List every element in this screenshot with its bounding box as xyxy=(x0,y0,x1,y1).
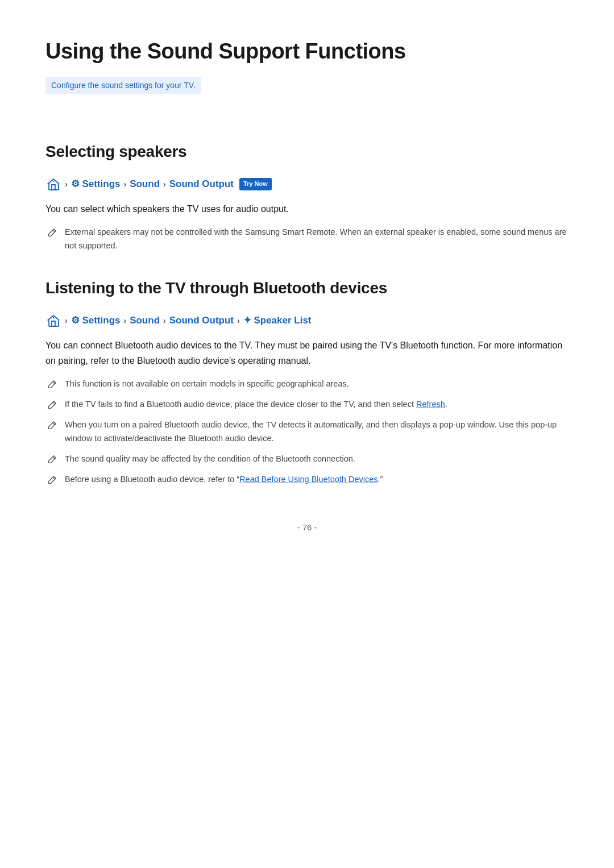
note-item-1: This function is not available on certai… xyxy=(45,377,569,391)
note-item-2: If the TV fails to find a Bluetooth audi… xyxy=(45,398,569,412)
note-text-2: If the TV fails to find a Bluetooth audi… xyxy=(65,398,447,412)
page-number: - 76 - xyxy=(45,521,569,534)
note-item: External speakers may not be controlled … xyxy=(45,226,569,253)
home-icon[interactable] xyxy=(45,176,61,192)
section2-notes: This function is not available on certai… xyxy=(45,377,569,487)
note-text-5: Before using a Bluetooth audio device, r… xyxy=(65,473,383,487)
nav-sep-1: › xyxy=(65,178,68,190)
nav-settings-1[interactable]: ⚙ Settings xyxy=(71,176,121,192)
nav-speaker-list[interactable]: ✦ Speaker List xyxy=(243,313,312,328)
section2-body: You can connect Bluetooth audio devices … xyxy=(45,338,569,368)
nav-sep-3: › xyxy=(163,178,166,190)
note-text: External speakers may not be controlled … xyxy=(65,226,569,253)
nav-path-1: › ⚙ Settings › Sound › Sound Output Try … xyxy=(45,176,569,192)
page-title: Using the Sound Support Functions xyxy=(45,34,569,69)
nav-sound-1[interactable]: Sound xyxy=(130,176,160,192)
bluetooth-devices-link[interactable]: Read Before Using Bluetooth Devices xyxy=(239,475,377,484)
section1-notes: External speakers may not be controlled … xyxy=(45,226,569,253)
note-item-4: The sound quality may be affected by the… xyxy=(45,452,569,466)
svg-point-1 xyxy=(53,317,54,318)
pencil-icon xyxy=(45,227,58,239)
note-text-3: When you turn on a paired Bluetooth audi… xyxy=(65,418,569,446)
nav-sep-7: › xyxy=(237,314,240,327)
home-icon-2[interactable] xyxy=(45,313,61,329)
refresh-link[interactable]: Refresh xyxy=(416,400,445,409)
pencil-icon-5 xyxy=(45,474,58,487)
pencil-icon-3 xyxy=(45,420,58,432)
svg-point-0 xyxy=(53,181,54,182)
section1-body: You can select which speakers the TV use… xyxy=(45,201,569,217)
nav-settings-2[interactable]: ⚙ Settings xyxy=(71,313,121,328)
nav-sound-2[interactable]: Sound xyxy=(130,313,160,328)
nav-sep-2: › xyxy=(123,178,126,190)
section2-title: Listening to the TV through Bluetooth de… xyxy=(45,276,569,301)
nav-sound-output-1[interactable]: Sound Output xyxy=(169,176,234,192)
pencil-icon-2 xyxy=(45,399,58,412)
nav-path-2: › ⚙ Settings › Sound › Sound Output › ✦ … xyxy=(45,313,569,329)
pencil-icon-1 xyxy=(45,379,58,391)
nav-sep-4: › xyxy=(65,314,68,327)
pencil-icon-4 xyxy=(45,454,58,466)
note-text-1: This function is not available on certai… xyxy=(65,377,349,391)
subtitle-bar: Configure the sound settings for your TV… xyxy=(45,77,201,94)
note-item-5: Before using a Bluetooth audio device, r… xyxy=(45,473,569,487)
note-text-4: The sound quality may be affected by the… xyxy=(65,452,355,466)
nav-sep-6: › xyxy=(163,314,166,327)
note-item-3: When you turn on a paired Bluetooth audi… xyxy=(45,418,569,446)
try-now-badge[interactable]: Try Now xyxy=(239,178,272,190)
nav-sound-output-2[interactable]: Sound Output xyxy=(169,313,234,328)
nav-sep-5: › xyxy=(123,314,126,327)
section1-title: Selecting speakers xyxy=(45,139,569,165)
